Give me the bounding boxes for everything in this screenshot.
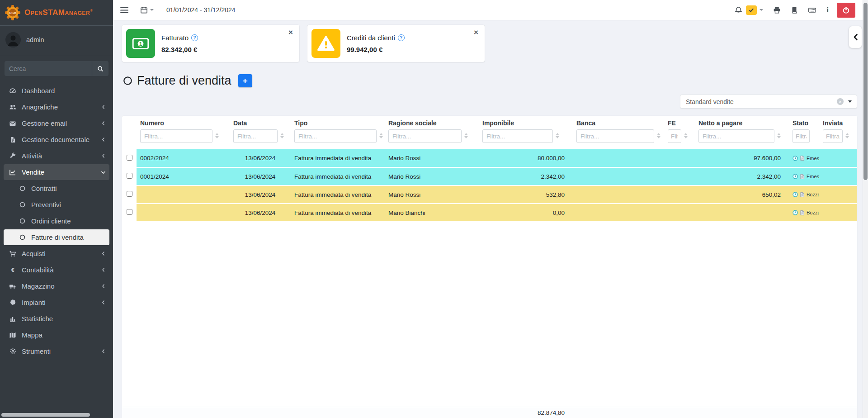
sidebar-item-label: Mappa [22, 331, 42, 339]
row-checkbox[interactable] [127, 191, 132, 197]
status-badge: Emessa [793, 155, 816, 161]
sidebar-item-mappa[interactable]: Mappa [4, 327, 109, 343]
sidebar-item-attivita[interactable]: Attività [4, 148, 109, 164]
invoice-row[interactable]: 13/06/2024 Fattura immediata di vendita … [122, 185, 857, 204]
sidebar-item-gestione-email[interactable]: Gestione email [4, 115, 109, 131]
sidebar-horizontal-scrollbar[interactable] [1, 413, 90, 417]
book-icon[interactable] [791, 6, 798, 14]
card-value: 99.942,00 € [347, 46, 405, 53]
card-title: Fatturato [161, 34, 189, 42]
row-checkbox[interactable] [127, 155, 132, 161]
row-checkbox[interactable] [127, 209, 132, 215]
brand[interactable]: OSM OpenSTAManager® [0, 0, 113, 26]
svg-text:OSM: OSM [9, 11, 16, 14]
sidebar-item-label: Attività [22, 152, 42, 160]
filter-fe-input[interactable] [668, 129, 681, 143]
sidebar-item-preventivi[interactable]: Preventivi [4, 197, 109, 213]
sidebar-item-label: Magazzino [22, 282, 55, 290]
filter-data-input[interactable] [233, 129, 278, 143]
card-body: Fatturato? 82.342,00 € [161, 34, 198, 53]
username: admin [26, 36, 44, 43]
filter-numero-input[interactable] [140, 129, 212, 143]
sidebar-item-vendite[interactable]: Vendite [4, 164, 109, 180]
sidebar-item-dashboard[interactable]: Dashboard [4, 83, 109, 99]
chevron-left-icon [101, 284, 106, 289]
bell-icon[interactable] [735, 6, 742, 14]
invoice-row[interactable]: 13/06/2024 Fattura immediata di vendita … [122, 204, 857, 222]
sort-icon[interactable] [845, 133, 849, 138]
row-checkbox[interactable] [127, 173, 132, 179]
panel-toggle[interactable] [849, 26, 862, 48]
sidebar-item-label: Fatture di vendita [31, 233, 84, 241]
filter-banca-input[interactable] [576, 129, 654, 143]
invoice-row[interactable]: 0002/2024 13/06/2024 Fattura immediata d… [122, 149, 857, 167]
filter-inviata-input[interactable] [823, 129, 843, 143]
filter-stato-input[interactable] [793, 129, 810, 143]
sort-icon[interactable] [684, 133, 688, 138]
view-select[interactable]: Standard vendite × [680, 95, 857, 109]
sort-icon[interactable] [777, 133, 781, 138]
clock-icon [793, 210, 798, 215]
map-icon [7, 332, 19, 339]
clear-icon[interactable]: × [837, 98, 844, 105]
check-badge-icon[interactable] [746, 5, 757, 15]
add-invoice-button[interactable]: + [238, 74, 252, 87]
sidebar-item-gestione-documentale[interactable]: Gestione documentale [4, 132, 109, 147]
hamburger-icon[interactable] [120, 7, 128, 14]
file-icon [800, 174, 805, 180]
clock-icon [793, 174, 798, 179]
sort-icon[interactable] [379, 133, 383, 138]
column-ragione-sociale: Ragione sociale [385, 116, 479, 149]
calendar-icon[interactable] [140, 6, 154, 14]
keyboard-icon[interactable] [808, 6, 816, 14]
sort-icon[interactable] [215, 133, 219, 138]
sidebar-item-statistiche[interactable]: Statistiche [4, 311, 109, 327]
date-range[interactable]: 01/01/2024 - 31/12/2024 [166, 6, 236, 14]
help-icon[interactable]: ? [191, 34, 198, 41]
sidebar-item-magazzino[interactable]: Magazzino [4, 278, 109, 294]
chevron-left-icon [853, 33, 858, 41]
sidebar-item-label: Contratti [31, 185, 57, 192]
sidebar-item-anagrafiche[interactable]: Anagrafiche [4, 99, 109, 115]
sidebar-item-contabilita[interactable]: € Contabilità [4, 262, 109, 278]
sidebar-item-label: Acquisti [22, 250, 46, 257]
filter-netto-input[interactable] [698, 129, 774, 143]
sidebar-item-strumenti[interactable]: Strumenti [4, 343, 109, 359]
sort-icon[interactable] [280, 133, 284, 138]
power-icon [842, 6, 850, 14]
filter-ragione-input[interactable] [388, 129, 462, 143]
file-icon [800, 210, 805, 216]
sort-icon[interactable] [657, 133, 660, 138]
sidebar-item-fatture-di-vendita[interactable]: Fatture di vendita [4, 229, 109, 245]
help-icon[interactable]: ? [398, 34, 405, 41]
card-value: 82.342,00 € [161, 46, 198, 53]
column-imponibile: Imponibile [479, 116, 573, 149]
filter-imponibile-input[interactable] [482, 129, 553, 143]
sidebar-item-contratti[interactable]: Contratti [4, 180, 109, 196]
logout-button[interactable] [837, 3, 855, 18]
search-button[interactable] [92, 61, 108, 76]
chevron-left-icon [101, 153, 106, 158]
scrollbar-thumb[interactable] [863, 3, 868, 180]
sidebar-item-impianti[interactable]: Impianti [4, 294, 109, 310]
close-icon[interactable]: × [474, 28, 478, 36]
status-label: Bozza [807, 210, 819, 215]
vertical-scrollbar[interactable] [863, 0, 868, 418]
search-icon [97, 66, 104, 72]
file-icon [800, 155, 805, 161]
sort-icon[interactable] [556, 133, 559, 138]
close-icon[interactable]: × [288, 28, 293, 36]
sidebar-item-ordini-cliente[interactable]: Ordini cliente [4, 213, 109, 229]
user-panel[interactable]: admin [0, 26, 113, 55]
info-icon[interactable]: i [826, 5, 829, 14]
search-input[interactable] [5, 61, 92, 76]
sidebar-item-acquisti[interactable]: Acquisti [4, 246, 109, 261]
printer-icon[interactable] [773, 6, 781, 14]
invoice-row[interactable]: 0001/2024 13/06/2024 Fattura immediata d… [122, 167, 857, 185]
sort-icon[interactable] [464, 133, 468, 138]
chart-line-icon [7, 169, 19, 176]
filter-tipo-input[interactable] [294, 129, 377, 143]
caret-down-icon[interactable] [760, 9, 763, 11]
circle-icon [16, 218, 28, 224]
table-empty-space [122, 222, 857, 407]
